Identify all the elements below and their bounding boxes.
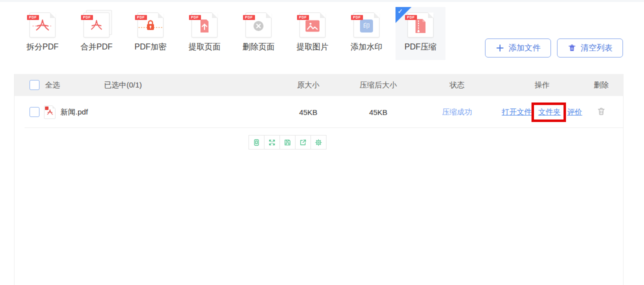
pdf-badge: PDF — [405, 15, 417, 20]
clear-list-button[interactable]: 清空列表 — [557, 38, 623, 58]
header-operation: 操作 — [504, 80, 580, 90]
header-compressed-size: 压缩后大小 — [347, 80, 410, 90]
list-header: 全选 已选中(0/1) 原大小 压缩后大小 状态 操作 删除 — [14, 74, 623, 96]
open-file-link[interactable]: 打开文件 — [502, 108, 532, 117]
tool-label: PDF压缩 — [404, 42, 436, 52]
header-status: 状态 — [410, 80, 504, 90]
pdf-tools-toolbar: PDF 拆分PDF PDF 合并PDF PDF — [0, 7, 644, 60]
check-icon: ✓ — [398, 8, 403, 15]
trash-outline-icon — [596, 106, 606, 116]
pdf-badge: PDF — [81, 15, 93, 20]
settings-icon — [314, 138, 322, 146]
pdf-badge: PDF — [351, 15, 363, 20]
status-value: 压缩成功 — [410, 108, 504, 117]
tool-extract-pages[interactable]: PDF 提取页面 — [180, 7, 230, 60]
row-actions: 打开文件 文件夹 评价 — [504, 108, 580, 117]
tool-label: 拆分PDF — [26, 42, 58, 52]
tool-label: 添加水印 — [350, 42, 382, 52]
header-delete: 删除 — [580, 80, 623, 90]
clear-list-label: 清空列表 — [580, 43, 612, 54]
header-original-size: 原大小 — [270, 80, 347, 90]
select-all-label: 全选 — [45, 80, 60, 90]
original-size-value: 45KB — [270, 108, 347, 116]
tool-label: PDF加密 — [134, 42, 166, 52]
tool-label: 提取页面 — [188, 42, 220, 52]
share-icon — [299, 138, 307, 146]
pdf-badge: PDF — [243, 15, 255, 20]
pdf-file-icon — [44, 106, 56, 119]
file-list-panel: 全选 已选中(0/1) 原大小 压缩后大小 状态 操作 删除 新闻.pdf 45… — [14, 74, 624, 285]
tool-delete-pages[interactable]: PDF 删除页面 — [234, 7, 284, 60]
pdf-badge: PDF — [189, 15, 201, 20]
tool-merge-pdf[interactable]: PDF 合并PDF — [72, 7, 122, 60]
tool-split-pdf[interactable]: PDF 拆分PDF — [18, 7, 68, 60]
fullscreen-button[interactable] — [264, 135, 280, 150]
row-delete-button[interactable] — [596, 106, 606, 116]
add-files-button[interactable]: 添加文件 — [485, 38, 551, 58]
floating-toolbar — [248, 135, 326, 150]
save-button[interactable] — [280, 135, 296, 150]
tool-label: 合并PDF — [80, 42, 112, 52]
pdf-badge: PDF — [135, 15, 147, 20]
extract-images-icon: PDF — [300, 12, 326, 38]
trash-icon — [568, 44, 576, 52]
share-button[interactable] — [295, 135, 311, 150]
tool-add-watermark[interactable]: PDF 印 添加水印 — [342, 7, 392, 60]
file-name: 新闻.pdf — [60, 108, 88, 117]
settings-button[interactable] — [310, 135, 326, 150]
tool-compress-pdf[interactable]: ✓ PDF PDF压缩 — [396, 7, 446, 60]
add-watermark-icon: PDF 印 — [354, 12, 380, 38]
add-files-label: 添加文件 — [508, 43, 540, 54]
selected-count: 已选中(0/1) — [104, 80, 142, 90]
mobile-preview-button[interactable] — [248, 135, 264, 150]
pdf-badge: PDF — [297, 15, 309, 20]
split-pdf-icon: PDF — [30, 12, 56, 38]
row-checkbox[interactable] — [30, 107, 40, 117]
pdf-badge: PDF — [27, 15, 39, 20]
delete-pages-icon: PDF — [246, 12, 272, 38]
toolbar-actions: 添加文件 清空列表 — [485, 38, 623, 58]
encrypt-pdf-icon: PDF — [138, 12, 164, 38]
compress-pdf-icon: PDF — [408, 12, 434, 38]
file-row: 新闻.pdf 45KB 45KB 压缩成功 打开文件 文件夹 评价 — [14, 96, 623, 128]
fullscreen-icon — [268, 138, 276, 146]
plus-icon — [496, 44, 504, 52]
mobile-preview-icon — [252, 138, 260, 146]
tool-label: 删除页面 — [242, 42, 274, 52]
merge-pdf-icon: PDF — [84, 12, 110, 38]
save-icon — [284, 138, 292, 146]
extract-pages-icon: PDF — [192, 12, 218, 38]
compressed-size-value: 45KB — [347, 108, 410, 116]
select-all-checkbox[interactable] — [30, 80, 40, 90]
tool-label: 提取图片 — [296, 42, 328, 52]
tool-encrypt-pdf[interactable]: PDF PDF加密 — [126, 7, 176, 60]
tool-extract-images[interactable]: PDF 提取图片 — [288, 7, 338, 60]
open-folder-link[interactable]: 文件夹 — [538, 108, 561, 116]
